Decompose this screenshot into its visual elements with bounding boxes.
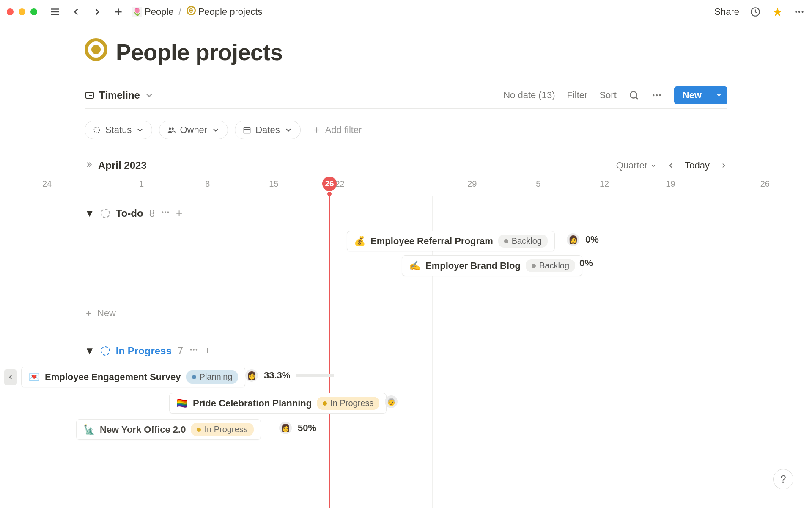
date-tick: 8 <box>175 179 241 189</box>
new-button-dropdown[interactable] <box>710 86 727 104</box>
range-label: Quarter <box>616 160 648 171</box>
target-icon[interactable] <box>85 38 107 66</box>
timeline-card[interactable]: ✍️ Employer Brand Blog Backlog <box>402 255 582 276</box>
scroll-left-button[interactable] <box>4 369 17 385</box>
group-add-button[interactable]: + <box>176 207 182 220</box>
card-title: Pride Celebration Planning <box>193 398 312 409</box>
group-add-button[interactable]: + <box>204 344 211 357</box>
expand-icon[interactable] <box>85 160 93 171</box>
avatar: 👩 <box>245 369 258 382</box>
card-percent: 33.3% <box>264 370 290 381</box>
group-inprogress: ▼ In Progress 7 + 💌 Employee Engagement … <box>85 344 727 450</box>
svg-line-13 <box>636 97 638 99</box>
hamburger-icon[interactable] <box>49 6 61 18</box>
prev-period-button[interactable] <box>667 162 675 169</box>
card-percent: 0% <box>579 258 593 269</box>
view-tab-timeline[interactable]: Timeline <box>85 89 154 101</box>
progress-bar <box>296 374 334 377</box>
svg-point-31 <box>190 349 192 351</box>
svg-point-15 <box>656 94 658 96</box>
status-badge: Backlog <box>498 235 548 248</box>
filter-dates[interactable]: Dates <box>235 121 300 139</box>
group-body: 💌 Employee Engagement Survey Planning 👩 … <box>85 365 727 450</box>
new-item-button[interactable]: New <box>85 308 727 319</box>
svg-point-12 <box>630 91 636 98</box>
group-toggle[interactable]: ▼ <box>85 345 95 357</box>
filter-status[interactable]: Status <box>85 121 152 139</box>
search-icon[interactable] <box>628 90 639 101</box>
updates-icon[interactable] <box>749 6 761 18</box>
svg-point-8 <box>801 11 803 13</box>
money-bag-icon: 💰 <box>354 236 365 247</box>
avatar: 👩 <box>567 233 579 246</box>
status-badge: Planning <box>186 370 239 384</box>
no-date-button[interactable]: No date (13) <box>503 90 555 101</box>
more-options-icon[interactable] <box>651 90 662 101</box>
next-period-button[interactable] <box>720 162 727 169</box>
forward-button[interactable] <box>91 6 103 18</box>
share-button[interactable]: Share <box>714 6 739 17</box>
group-name: To-do <box>116 207 143 219</box>
today-marker: 26 <box>322 177 337 191</box>
add-filter-label: Add filter <box>325 124 362 135</box>
traffic-lights <box>7 8 37 15</box>
filter-label: Status <box>105 124 132 135</box>
main-content: People projects Timeline No date (13) Fi… <box>0 38 812 450</box>
filter-row: Status Owner Dates Add filter <box>85 121 727 139</box>
back-button[interactable] <box>70 6 82 18</box>
date-tick: 22 <box>307 179 373 189</box>
timeline-area: 24 1 8 15 22 29 5 12 19 26 26 <box>0 179 812 450</box>
page-header: People projects <box>85 38 727 66</box>
view-bar: Timeline No date (13) Filter Sort New <box>85 86 727 109</box>
close-window-button[interactable] <box>7 8 14 15</box>
sort-button[interactable]: Sort <box>599 90 616 101</box>
chevron-down-icon <box>144 90 154 100</box>
target-icon <box>187 6 196 18</box>
svg-point-27 <box>165 211 166 213</box>
timeline-card[interactable]: 💌 Employee Engagement Survey Planning <box>21 367 245 387</box>
month-label: April 2023 <box>85 160 147 171</box>
filter-button[interactable]: Filter <box>567 90 588 101</box>
more-icon[interactable] <box>793 6 805 18</box>
date-tick: 26 <box>704 179 770 189</box>
add-page-button[interactable] <box>112 6 124 18</box>
page-title[interactable]: People projects <box>116 39 283 65</box>
group-toggle[interactable]: ▼ <box>85 207 95 219</box>
group-count: 8 <box>149 207 155 219</box>
timeline-card[interactable]: 💰 Employee Referral Program Backlog <box>347 231 555 251</box>
status-circle-icon <box>101 346 110 356</box>
timeline-card[interactable]: 🗽 New York Office 2.0 In Progress <box>76 419 261 440</box>
range-selector[interactable]: Quarter <box>616 160 657 171</box>
help-button[interactable]: ? <box>773 469 793 489</box>
today-button[interactable]: Today <box>685 160 710 171</box>
timeline-card[interactable]: 🏳️‍🌈 Pride Celebration Planning In Progr… <box>169 393 387 414</box>
card-title: New York Office 2.0 <box>100 424 186 435</box>
status-dot-icon <box>192 375 196 379</box>
love-letter-icon: 💌 <box>28 372 40 383</box>
new-button[interactable]: New <box>674 86 710 104</box>
status-dot-icon <box>323 401 327 406</box>
group-body: 💰 Employee Referral Program Backlog 👩 0%… <box>85 227 727 291</box>
favorite-star-icon[interactable]: ★ <box>771 6 783 18</box>
avatar: 👩 <box>279 422 292 434</box>
parent-page-icon: 🌷 <box>132 7 142 17</box>
minimize-window-button[interactable] <box>19 8 25 15</box>
date-tick: 1 <box>108 179 174 189</box>
filter-owner[interactable]: Owner <box>159 121 228 139</box>
statue-of-liberty-icon: 🗽 <box>83 424 95 435</box>
date-tick: 19 <box>637 179 703 189</box>
svg-point-16 <box>659 94 661 96</box>
filter-label: Dates <box>255 124 280 135</box>
date-tick: 24 <box>42 179 108 189</box>
svg-rect-20 <box>244 127 250 133</box>
fullscreen-window-button[interactable] <box>30 8 37 15</box>
group-todo: ▼ To-do 8 + 💰 Employee Referral Program … <box>85 207 727 319</box>
group-more-icon[interactable] <box>161 207 170 219</box>
group-more-icon[interactable] <box>189 345 198 357</box>
date-tick: 29 <box>439 179 505 189</box>
date-tick: 5 <box>505 179 571 189</box>
add-filter-button[interactable]: Add filter <box>307 121 367 139</box>
breadcrumb-page[interactable]: People projects <box>187 6 263 18</box>
svg-point-7 <box>798 11 800 13</box>
breadcrumb-parent[interactable]: 🌷 People <box>132 6 174 17</box>
